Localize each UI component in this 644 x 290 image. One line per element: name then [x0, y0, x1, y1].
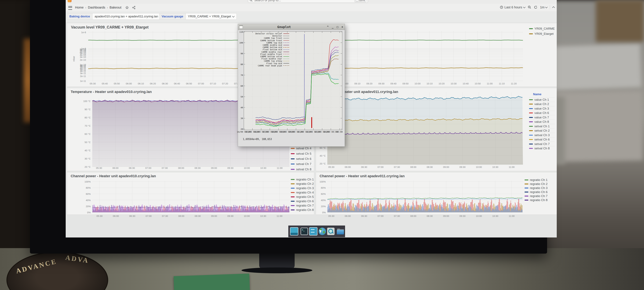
- zoom-out-icon[interactable]: [528, 6, 531, 9]
- chpower011-legend-regratio Ch 2[interactable]: regratio Ch 2: [524, 182, 549, 186]
- temp011-chart[interactable]: [327, 92, 523, 165]
- screenshot-tool-icon[interactable]: [327, 228, 334, 235]
- search-input[interactable]: [254, 0, 354, 2]
- time-range-picker[interactable]: Last 6 hours: [500, 6, 525, 9]
- temp010-legend-setval Ch 5[interactable]: setval Ch 5: [291, 151, 313, 156]
- chpower010-chart[interactable]: [92, 181, 290, 213]
- temp011-x-tick: 07:00: [378, 166, 384, 168]
- star-icon[interactable]: [125, 6, 129, 9]
- panel-title[interactable]: Vacuum level YR09_CARME + YR09_Etarget: [71, 25, 148, 30]
- window-minimize-button[interactable]: _: [330, 25, 335, 29]
- desktop-icon[interactable]: [290, 227, 298, 235]
- gnuplot-legend-Float bottom mid: Float bottom mid: [245, 48, 289, 51]
- legend-label: setval Ch 6: [296, 157, 311, 161]
- temp011-legend-setval Ch 6[interactable]: setval Ch 6: [529, 137, 555, 142]
- temp011-legend-setval Ch 8[interactable]: setval Ch 8: [529, 146, 555, 151]
- temp010-legend-setval Ch 7[interactable]: setval Ch 7: [291, 161, 313, 167]
- temp010-x-tick: 10:00: [244, 167, 250, 169]
- grafana-logo-icon[interactable]: [68, 0, 72, 2]
- legend-color-dash: [524, 179, 528, 180]
- legend-label: regratio Ch 2: [530, 182, 548, 186]
- gnuplot-legend-line-sample: [283, 43, 289, 43]
- menu-icon[interactable]: [68, 6, 72, 10]
- temp011-legend-setval Ch 2[interactable]: setval Ch 2: [529, 128, 555, 133]
- vacuum-x-tick: 10:50: [475, 82, 481, 85]
- breadcrumb-current[interactable]: Bakeout: [110, 6, 122, 9]
- legend-color-dash: [291, 158, 295, 159]
- gnuplot-legend-line-sample: [283, 40, 289, 41]
- collapse-caret-icon[interactable]: [552, 7, 555, 9]
- panel-title[interactable]: Channel power - Heater unit apadev011.cr…: [320, 174, 404, 178]
- temp010-x-tick: 09:00: [211, 167, 217, 169]
- refresh-interval-picker[interactable]: 1m: [540, 6, 547, 9]
- temp010-y-tick: 100 °C: [83, 100, 91, 103]
- chpower011-legend-regratio Ch 3[interactable]: regratio Ch 3: [524, 186, 549, 190]
- clock-icon: [500, 6, 503, 9]
- gnuplot-window[interactable]: Gnuplot ^ _ □ × 110100908070605040302014…: [238, 24, 345, 147]
- chpower011-legend-regratio Ch 7[interactable]: regratio Ch 7: [524, 194, 549, 198]
- temp011-y-tick: 40 °C: [320, 154, 326, 157]
- chpower010-legend-regratio Ch 7[interactable]: regratio Ch 7: [291, 203, 315, 208]
- legend-label: value Ch 3: [534, 107, 549, 110]
- legend-color-dash: [291, 205, 295, 206]
- legend-label: value Ch 1: [534, 98, 549, 102]
- chpower010-legend-regratio Ch 2[interactable]: regratio Ch 2: [291, 182, 315, 186]
- chpower010-legend-regratio Ch 8[interactable]: regratio Ch 8: [291, 208, 315, 212]
- vacuum-x-tick: 07:20: [222, 82, 228, 85]
- chpower011-legend-regratio Ch 6[interactable]: regratio Ch 6: [524, 190, 549, 194]
- legend-color-dash: [529, 99, 533, 100]
- chpower010-legend-regratio Ch 4[interactable]: regratio Ch 4: [291, 190, 315, 195]
- file-cabinet-icon[interactable]: [309, 227, 318, 235]
- chpower011-legend-regratio Ch 1[interactable]: regratio Ch 1: [524, 178, 549, 182]
- temp011-legend-value Ch 1[interactable]: value Ch 1: [529, 97, 555, 102]
- temp011-legend-setval Ch 3[interactable]: setval Ch 3: [529, 133, 555, 137]
- chpower010-x-tick: 11:00: [276, 215, 282, 217]
- chpower010-legend-regratio Ch 1[interactable]: regratio Ch 1: [291, 177, 315, 182]
- variable-value-dropdown[interactable]: apadev010.cryring.lan + apadev011.cryrin…: [92, 13, 164, 20]
- chpower011-chart[interactable]: [327, 181, 523, 213]
- legend-item-YR09_CARME[interactable]: YR09_CARME: [529, 27, 555, 31]
- temp011-legend-value Ch 2[interactable]: value Ch 2: [529, 102, 555, 107]
- chpower011-legend-regratio Ch 8[interactable]: regratio Ch 8: [524, 198, 549, 202]
- temp011-legend-value Ch 7[interactable]: value Ch 7: [529, 115, 555, 120]
- refresh-icon[interactable]: [534, 6, 538, 9]
- chpower010-y-tick: 60%: [86, 192, 91, 195]
- gnuplot-legend-Detector: Detector: [245, 35, 289, 37]
- window-shade-button[interactable]: ^: [326, 25, 330, 29]
- window-close-button[interactable]: ×: [340, 25, 345, 29]
- breadcrumb-home[interactable]: Home: [75, 6, 84, 9]
- legend-color-dash: [524, 196, 528, 197]
- temp010-legend-setval Ch 6[interactable]: setval Ch 6: [291, 156, 313, 161]
- breadcrumb-dashboards[interactable]: Dashboards: [88, 6, 105, 9]
- share-icon[interactable]: [132, 6, 136, 9]
- temp011-legend-value Ch 8[interactable]: value Ch 8: [529, 120, 555, 124]
- chpower011-x-tick: 06:30: [361, 215, 367, 217]
- temp011-legend-value Ch 3[interactable]: value Ch 3: [529, 106, 555, 111]
- legend-color-dash: [291, 196, 295, 197]
- temp011-legend-setval Ch 7[interactable]: setval Ch 7: [529, 142, 555, 146]
- chpower010-legend-regratio Ch 3[interactable]: regratio Ch 3: [291, 186, 315, 190]
- temp011-legend-setval Ch 1[interactable]: setval Ch 1: [529, 124, 555, 129]
- window-maximize-button[interactable]: □: [335, 25, 340, 29]
- legend-color-dash: [291, 201, 295, 202]
- chpower011-x-tick: 08:30: [427, 215, 433, 217]
- chpower010-legend-regratio Ch 5[interactable]: regratio Ch 5: [291, 195, 315, 199]
- chpower010-legend-regratio Ch 6[interactable]: regratio Ch 6: [291, 199, 315, 203]
- legend-label: regratio Ch 6: [296, 199, 314, 203]
- panel-title[interactable]: Temperature - Heater unit apadev010.cryr…: [71, 90, 152, 94]
- chpower010-x-tick: 09:30: [227, 215, 234, 217]
- panel-title[interactable]: Channel power - Heater unit apadev010.cr…: [71, 174, 156, 178]
- chpower011-x-tick: 07:30: [394, 215, 400, 217]
- vacuum-x-tick: 09:40: [390, 82, 396, 85]
- temp010-legend-setval Ch 8[interactable]: setval Ch 8: [291, 167, 313, 172]
- terminal-icon[interactable]: >_: [300, 228, 308, 235]
- gnuplot-titlebar[interactable]: Gnuplot ^ _ □ ×: [238, 24, 345, 30]
- temp011-legend-value Ch 6[interactable]: value Ch 6: [529, 111, 555, 115]
- search-input-box[interactable]: ctrl+k: [248, 0, 368, 3]
- variable-value-dropdown[interactable]: YR09_CARME + YR09_Etarget: [186, 13, 237, 20]
- chpower010-x-tick: 09:00: [211, 215, 217, 217]
- folder-icon[interactable]: [337, 228, 344, 235]
- browser-globe-icon[interactable]: [318, 228, 326, 235]
- gnuplot-legend-CARME bottom valve: CARME bottom valve: [245, 55, 289, 58]
- legend-item-YR09_Etarget[interactable]: YR09_Etarget: [529, 32, 554, 36]
